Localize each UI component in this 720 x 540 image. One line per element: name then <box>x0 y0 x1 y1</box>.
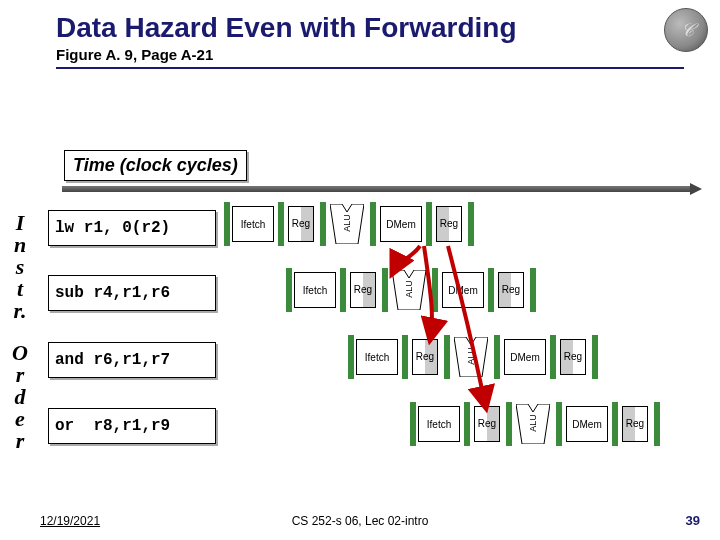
alu-label: ALU <box>404 272 414 306</box>
instruction-or: or r8,r1,r9 <box>48 408 216 444</box>
instruction-lw: lw r1, 0(r2) <box>48 210 216 246</box>
side-label-order: O r d e r <box>8 342 32 452</box>
hazard-arrows <box>0 0 720 540</box>
stage-reg-read: Reg <box>350 272 376 308</box>
stage-alu: ALU <box>330 204 364 244</box>
instruction-and: and r6,r1,r7 <box>48 342 216 378</box>
slide-root: 𝒞 Data Hazard Even with Forwarding Figur… <box>0 0 720 540</box>
stage-reg-write: Reg <box>498 272 524 308</box>
stage-ifetch: Ifetch <box>418 406 460 442</box>
title-underline <box>56 67 684 69</box>
stage-reg-read: Reg <box>474 406 500 442</box>
stage-alu: ALU <box>516 404 550 444</box>
stage-ifetch: Ifetch <box>232 206 274 242</box>
stage-reg-read: Reg <box>412 339 438 375</box>
stage-reg-write: Reg <box>622 406 648 442</box>
stage-dmem: DMem <box>442 272 484 308</box>
slide-subtitle: Figure A. 9, Page A-21 <box>56 46 704 63</box>
reg-label: Reg <box>437 218 461 229</box>
side-label-instr: I n s t r. <box>8 212 32 322</box>
alu-label: ALU <box>342 206 352 240</box>
stage-ifetch: Ifetch <box>356 339 398 375</box>
stage-alu: ALU <box>454 337 488 377</box>
slide-title: Data Hazard Even with Forwarding <box>56 12 704 44</box>
reg-label: Reg <box>413 351 437 362</box>
footer-page-number: 39 <box>686 513 700 528</box>
reg-label: Reg <box>351 284 375 295</box>
reg-label: Reg <box>289 218 313 229</box>
time-axis-arrow <box>62 186 692 192</box>
university-logo: 𝒞 <box>664 8 708 52</box>
footer-date: 12/19/2021 <box>40 514 100 528</box>
stage-dmem: DMem <box>380 206 422 242</box>
alu-label: ALU <box>466 339 476 373</box>
time-axis-label: Time (clock cycles) <box>64 150 247 181</box>
stage-ifetch: Ifetch <box>294 272 336 308</box>
reg-label: Reg <box>561 351 585 362</box>
stage-dmem: DMem <box>566 406 608 442</box>
footer-course: CS 252-s 06, Lec 02-intro <box>292 514 429 528</box>
reg-label: Reg <box>623 418 647 429</box>
stage-alu: ALU <box>392 270 426 310</box>
stage-dmem: DMem <box>504 339 546 375</box>
reg-label: Reg <box>499 284 523 295</box>
instruction-sub: sub r4,r1,r6 <box>48 275 216 311</box>
stage-reg-write: Reg <box>560 339 586 375</box>
stage-reg-read: Reg <box>288 206 314 242</box>
alu-label: ALU <box>528 406 538 440</box>
reg-label: Reg <box>475 418 499 429</box>
stage-reg-write: Reg <box>436 206 462 242</box>
